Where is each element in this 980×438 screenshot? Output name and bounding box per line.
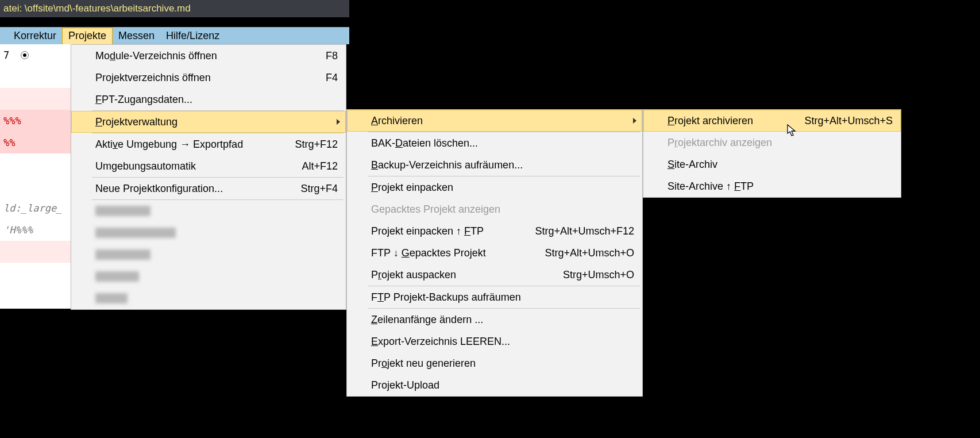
mi-recent-blurred[interactable] [71,244,346,266]
code-text: 'H%%% [3,219,33,241]
code-text: ld:_large_ [3,197,62,219]
mi-projekt-neu-generieren[interactable]: Projekt neu generieren [347,352,642,374]
mi-gepacktes-anzeigen: Gepacktes Projekt anzeigen [347,198,642,220]
mi-projekt-upload[interactable]: Projekt-Upload [347,374,642,396]
mi-projekt-archivieren[interactable]: Projekt archivieren Strg+Alt+Umsch+S [643,110,901,132]
label: Gepacktes Projekt anzeigen [371,203,634,216]
mi-einpacken-ftp[interactable]: Projekt einpacken ↑ FTP Strg+Alt+Umsch+F… [347,220,642,242]
dropdown-projektverwaltung: Archivieren BAK-Dateien löschen... Backu… [346,109,643,397]
label: FTP Projekt-Backups aufräumen [371,291,634,303]
label: Projekt neu generieren [371,358,634,370]
mi-backup-aufraeumen[interactable]: Backup-Verzeichnis aufräumen... [347,154,642,176]
mi-neue-projektkonfiguration[interactable]: Neue Projektkonfiguration... Strg+F4 [71,178,346,199]
label: Projekt einpacken [371,182,634,194]
label: Export-Verzeichnis LEEREN... [371,336,634,348]
label: Projektarchiv anzeigen [668,137,893,149]
label: Site-Archive ↑ FTP [668,180,893,193]
mi-export-leeren[interactable]: Export-Verzeichnis LEEREN... [347,331,642,352]
gutter-line-number: 7 [3,44,9,66]
label: FPT-Zugangsdaten... [95,94,338,106]
shortcut: Strg+Alt+Umsch+F12 [523,225,634,237]
mi-fpt-zugangsdaten[interactable]: FPT-Zugangsdaten... [71,89,346,110]
label: Projekt archivieren [668,115,793,127]
shortcut: Strg+Alt+Umsch+O [533,247,634,259]
label: FTP ↓ Gepacktes Projekt [371,247,533,259]
label: Archivieren [371,115,634,127]
mi-projektverwaltung[interactable]: Projektverwaltung [71,111,346,133]
shortcut: F4 [314,72,338,84]
radio-icon [21,51,29,59]
label: BAK-Dateien löschen... [371,137,634,149]
label: Zeilenanfänge ändern ... [371,314,634,326]
shortcut: Alt+F12 [290,160,338,172]
menu-bar: Korrektur Projekte Messen Hilfe/Lizenz [0,27,349,44]
mi-projekt-auspacken[interactable]: Projekt auspacken Strg+Umsch+O [347,264,642,286]
title-prefix: atei: [3,3,25,14]
shortcut: Strg+Umsch+O [551,269,634,281]
mi-recent-blurred[interactable] [71,287,346,309]
mi-bak-loeschen[interactable]: BAK-Dateien löschen... [347,132,642,154]
menu-hilfe[interactable]: Hilfe/Lizenz [160,28,225,44]
mi-archivieren[interactable]: Archivieren [347,110,642,132]
shortcut: F8 [314,50,338,62]
label: Projekt auspacken [371,269,551,281]
mi-site-archiv[interactable]: Site-Archiv [643,153,901,175]
mi-module-verzeichnis[interactable]: Module-Verzeichnis öffnen F8 [71,45,346,67]
mi-projektverzeichnis[interactable]: Projektverzeichnis öffnen F4 [71,67,346,89]
dropdown-archivieren: Projekt archivieren Strg+Alt+Umsch+S Pro… [643,109,901,198]
label: Projektverzeichnis öffnen [95,72,314,84]
menu-korrektur[interactable]: Korrektur [8,28,62,44]
mi-ftp-backups-aufraeumen[interactable]: FTP Projekt-Backups aufräumen [347,286,642,308]
mi-projektarchiv-anzeigen: Projektarchiv anzeigen [643,132,901,153]
label: Module-Verzeichnis öffnen [95,50,314,62]
mi-aktive-umgebung[interactable]: Aktive Umgebung → Exportpfad Strg+F12 [71,133,346,155]
mi-ftp-gepacktes[interactable]: FTP ↓ Gepacktes Projekt Strg+Alt+Umsch+O [347,242,642,264]
submenu-arrow-icon [633,118,636,124]
dropdown-projekte: Module-Verzeichnis öffnen F8 Projektverz… [71,44,346,310]
label: Projekt-Upload [371,379,634,391]
mi-projekt-einpacken[interactable]: Projekt einpacken [347,176,642,198]
menu-projekte[interactable]: Projekte [62,28,113,44]
label: Projektverwaltung [95,116,338,128]
shortcut: Strg+F4 [289,183,338,195]
label: Umgebungsautomatik [95,160,290,172]
title-bar: atei: \offsite\md\-features\arbeitsarchi… [0,0,349,17]
code-text: %%% [3,110,21,132]
submenu-arrow-icon [337,119,340,125]
mi-umgebungsautomatik[interactable]: Umgebungsautomatik Alt+F12 [71,155,346,177]
label: Neue Projektkonfiguration... [95,183,289,195]
shortcut: Strg+F12 [283,139,338,151]
label: Site-Archiv [668,159,893,171]
label: Projekt einpacken ↑ FTP [371,225,523,237]
mi-recent-blurred[interactable] [71,222,346,244]
code-text: %% [3,132,15,153]
mi-recent-blurred[interactable] [71,200,346,222]
title-path: \offsite\md\-features\arbeitsarchive.md [25,3,191,14]
menu-messen[interactable]: Messen [113,28,160,44]
mi-zeilenanfaenge[interactable]: Zeilenanfänge ändern ... [347,309,642,331]
mi-recent-blurred[interactable] [71,266,346,287]
mi-site-archive-ftp[interactable]: Site-Archive ↑ FTP [643,175,901,197]
label: Aktive Umgebung → Exportpfad [95,139,283,151]
editor-area: 7 %%% %% ld:_large_ 'H%%% [0,44,71,309]
label: Backup-Verzeichnis aufräumen... [371,159,634,171]
shortcut: Strg+Alt+Umsch+S [793,115,893,127]
